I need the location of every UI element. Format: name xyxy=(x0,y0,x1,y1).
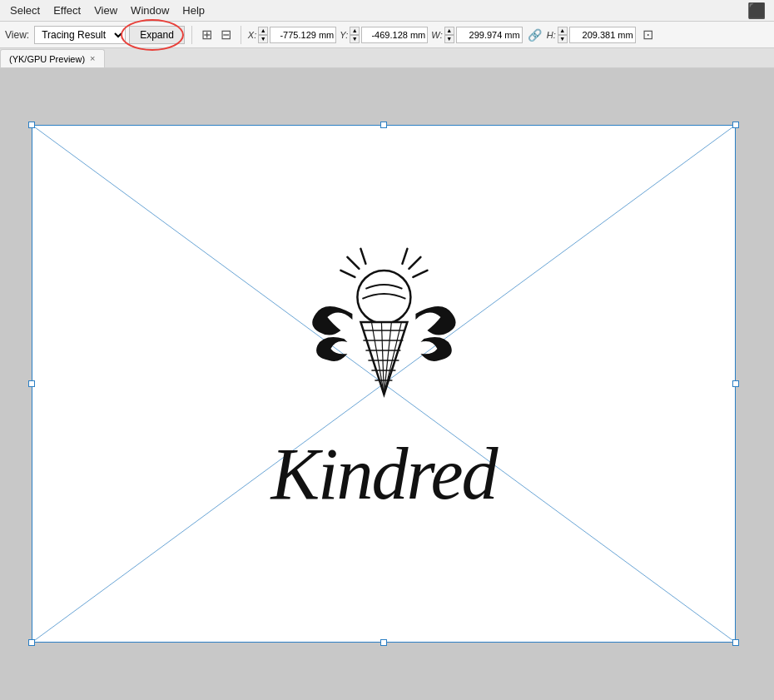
svg-line-0 xyxy=(32,125,736,643)
x-label: X: xyxy=(248,30,256,40)
y-label: Y: xyxy=(340,30,348,40)
view-label: View: xyxy=(5,29,29,41)
ice-cream-illustration xyxy=(292,241,475,440)
menu-select[interactable]: Select xyxy=(3,2,47,19)
y-coord-group: Y: ▲ ▼ xyxy=(340,27,428,43)
h-input[interactable] xyxy=(569,27,636,43)
handle-top-right[interactable] xyxy=(732,122,739,128)
w-coord-group: W: ▲ ▼ xyxy=(431,27,522,43)
menu-effect[interactable]: Effect xyxy=(47,2,87,19)
svg-line-2 xyxy=(360,249,365,264)
y-spin-down[interactable]: ▼ xyxy=(350,35,360,43)
svg-line-16 xyxy=(381,322,384,395)
app-icon: ⬛ xyxy=(747,2,766,20)
h-coord-group: H: ▲ ▼ xyxy=(547,27,636,43)
svg-line-15 xyxy=(371,322,384,395)
view-select[interactable]: Tracing Result xyxy=(34,26,126,44)
h-label: H: xyxy=(547,30,556,40)
brand-name-text: Kindred xyxy=(270,432,496,516)
h-spin-down[interactable]: ▼ xyxy=(558,35,568,43)
w-spinner[interactable]: ▲ ▼ xyxy=(444,27,454,43)
y-spinner[interactable]: ▲ ▼ xyxy=(350,27,360,43)
svg-line-7 xyxy=(413,271,427,277)
menu-bar: Select Effect View Window Help ⬛ xyxy=(0,0,774,22)
y-input[interactable] xyxy=(361,27,428,43)
canvas-area[interactable]: Kindred xyxy=(0,68,774,700)
artboard: Kindred xyxy=(32,125,736,643)
menu-help[interactable]: Help xyxy=(176,2,211,19)
separator-2 xyxy=(241,26,241,44)
w-spin-up[interactable]: ▲ xyxy=(444,27,454,35)
handle-bot-left[interactable] xyxy=(28,639,35,646)
svg-line-17 xyxy=(384,322,391,395)
svg-line-6 xyxy=(409,257,420,269)
separator-1 xyxy=(191,26,192,44)
x-input[interactable] xyxy=(270,27,336,43)
expand-button-wrapper: Expand xyxy=(129,26,185,44)
doc-tab-bar: (YK/GPU Preview) × xyxy=(0,48,774,68)
x-spinner[interactable]: ▲ ▼ xyxy=(258,27,268,43)
doc-tab-close-button[interactable]: × xyxy=(90,54,95,63)
doc-tab-label: (YK/GPU Preview) xyxy=(9,54,85,64)
svg-line-4 xyxy=(340,271,355,277)
align-icon[interactable]: ⊟ xyxy=(218,27,234,42)
toolbar: View: Tracing Result Expand ⊞ ⊟ X: ▲ ▼ Y… xyxy=(0,22,774,48)
selection-border xyxy=(32,125,736,643)
menu-view[interactable]: View xyxy=(87,2,124,19)
handle-bot-right[interactable] xyxy=(732,639,739,646)
x-coord-group: X: ▲ ▼ xyxy=(248,27,336,43)
h-spinner[interactable]: ▲ ▼ xyxy=(558,27,568,43)
handle-bot-mid[interactable] xyxy=(380,639,387,646)
handle-mid-left[interactable] xyxy=(28,380,35,387)
h-spin-up[interactable]: ▲ xyxy=(558,27,568,35)
document-tab[interactable]: (YK/GPU Preview) × xyxy=(0,49,105,67)
svg-point-8 xyxy=(357,271,410,324)
w-label: W: xyxy=(431,30,442,40)
arrange-grid-icon[interactable]: ⊞ xyxy=(199,27,215,42)
handle-top-mid[interactable] xyxy=(380,122,387,128)
svg-line-3 xyxy=(347,257,359,269)
y-spin-up[interactable]: ▲ xyxy=(350,27,360,35)
diagonal-lines xyxy=(32,125,736,643)
w-input[interactable] xyxy=(456,27,523,43)
link-proportions-icon[interactable]: 🔗 xyxy=(526,28,543,42)
expand-button[interactable]: Expand xyxy=(129,26,185,44)
svg-line-1 xyxy=(32,125,736,643)
handle-mid-right[interactable] xyxy=(732,380,739,387)
svg-line-18 xyxy=(384,322,401,395)
menu-window[interactable]: Window xyxy=(124,2,176,19)
svg-line-5 xyxy=(402,249,407,264)
logo-area: Kindred xyxy=(270,241,496,516)
x-spin-down[interactable]: ▼ xyxy=(258,35,268,43)
w-spin-down[interactable]: ▼ xyxy=(444,35,454,43)
transform-icon[interactable]: ⊡ xyxy=(643,27,653,42)
handle-top-left[interactable] xyxy=(28,122,35,128)
x-spin-up[interactable]: ▲ xyxy=(258,27,268,35)
selection-box xyxy=(32,125,736,643)
